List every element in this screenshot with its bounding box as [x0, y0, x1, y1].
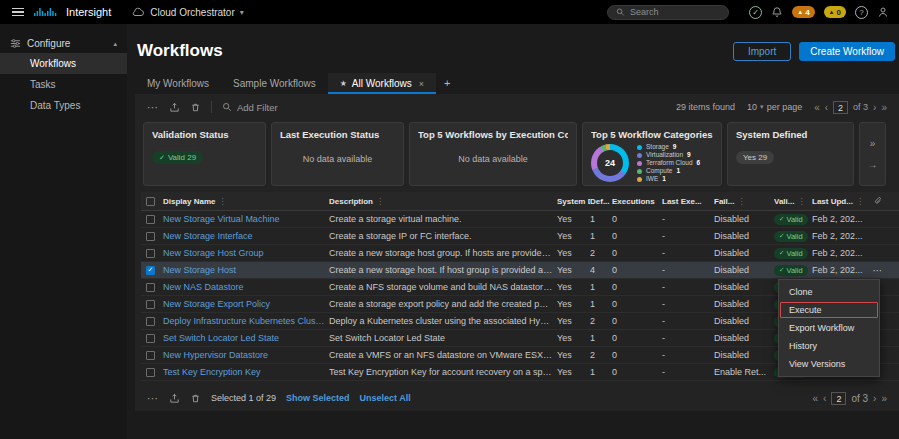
sidebar-item[interactable]: Data Types: [0, 95, 127, 116]
caution-alerts-badge[interactable]: ▲ 0: [824, 6, 846, 18]
sort-icon[interactable]: ⋮: [376, 197, 384, 206]
workflow-name-link[interactable]: New Storage Virtual Machine: [163, 214, 329, 224]
row-checkbox[interactable]: [146, 334, 155, 343]
valid-count-badge[interactable]: Valid 29: [152, 151, 203, 164]
select-all-checkbox[interactable]: [146, 197, 155, 206]
new-tab-button[interactable]: +: [436, 72, 458, 94]
next-page-button[interactable]: ›: [873, 393, 876, 404]
row-checkbox[interactable]: [146, 266, 155, 275]
delete-icon[interactable]: [190, 102, 201, 113]
context-menu-item[interactable]: Clone: [779, 283, 879, 301]
export-icon[interactable]: [169, 393, 180, 404]
unselect-all-link[interactable]: Unselect All: [360, 393, 411, 403]
legend-item: Storage 9: [637, 143, 713, 151]
last-page-button[interactable]: »: [881, 102, 887, 113]
delete-icon[interactable]: [190, 393, 201, 404]
status-check-icon[interactable]: ✓: [749, 6, 762, 19]
current-page-input[interactable]: 2: [833, 101, 848, 114]
card-system-defined: System Defined Yes 29: [727, 122, 854, 186]
workflow-name-link[interactable]: New Storage Interface: [163, 231, 329, 241]
workflow-description: Set Switch Locator Led State: [329, 333, 557, 343]
menu-icon[interactable]: [10, 5, 26, 20]
per-page-select[interactable]: 10 ▾ per page: [747, 102, 802, 112]
tab-sample-workflows[interactable]: Sample Workflows: [221, 73, 328, 94]
workflow-name-link[interactable]: New Storage Export Policy: [163, 299, 329, 309]
tab-my-workflows[interactable]: My Workflows: [135, 73, 221, 94]
yes-count-badge[interactable]: Yes 29: [736, 151, 774, 164]
validation-badge: Valid: [774, 231, 808, 242]
legend-value: 1: [676, 167, 680, 175]
cards-next-icon[interactable]: →: [868, 159, 878, 170]
prev-page-button[interactable]: ‹: [823, 393, 826, 404]
sort-icon[interactable]: ⋮: [797, 197, 805, 206]
close-tab-icon[interactable]: ×: [419, 79, 424, 89]
row-checkbox[interactable]: [146, 368, 155, 377]
sort-icon[interactable]: ⋮: [737, 197, 745, 206]
sort-icon[interactable]: ⋮: [856, 197, 864, 206]
col-display-name[interactable]: Display Name⋮: [163, 197, 329, 206]
row-checkbox[interactable]: [146, 283, 155, 292]
table-row[interactable]: New Storage Virtual Machine Create a sto…: [141, 211, 899, 228]
col-default-version[interactable]: Def...⋮: [590, 197, 612, 206]
search-input[interactable]: [630, 7, 720, 17]
last-page-button[interactable]: »: [881, 393, 887, 404]
col-validation[interactable]: Vali...⋮: [774, 197, 812, 206]
row-actions-icon[interactable]: [873, 265, 884, 276]
user-icon[interactable]: [877, 6, 889, 18]
warning-alerts-badge[interactable]: ▲ 4: [792, 6, 814, 18]
table-row[interactable]: New Storage Host Group Create a new stor…: [141, 245, 899, 262]
more-actions-icon[interactable]: ⋯: [147, 392, 159, 405]
workflow-name-link[interactable]: Set Switch Locator Led State: [163, 333, 329, 343]
table-row[interactable]: New Storage Host Create a new storage ho…: [141, 262, 899, 279]
workflow-name-link[interactable]: New Hypervisor Datastore: [163, 350, 329, 360]
workflow-name-link[interactable]: New Storage Host: [163, 265, 329, 275]
paperclip-icon: [873, 196, 883, 206]
row-checkbox[interactable]: [146, 317, 155, 326]
context-menu-item[interactable]: Export Workflow: [779, 319, 879, 337]
col-last-update[interactable]: Last Upd...⋮: [812, 197, 868, 206]
workflow-name-link[interactable]: New Storage Host Group: [163, 248, 329, 258]
global-search[interactable]: [607, 5, 729, 20]
context-menu-item[interactable]: View Versions: [779, 355, 879, 373]
help-icon[interactable]: ?: [855, 6, 868, 19]
next-page-button[interactable]: ›: [873, 102, 876, 113]
context-menu-item[interactable]: History: [779, 337, 879, 355]
row-checkbox[interactable]: [146, 232, 155, 241]
add-filter-button[interactable]: Add Filter: [222, 102, 278, 113]
legend-label: Terraform Cloud: [646, 159, 693, 167]
workflow-name-link[interactable]: New NAS Datastore: [163, 282, 329, 292]
failure-value: Disabled: [714, 333, 774, 343]
sidebar-section-configure[interactable]: Configure ▴: [0, 34, 127, 53]
row-checkbox[interactable]: [146, 300, 155, 309]
prev-page-button[interactable]: ‹: [825, 102, 828, 113]
workflow-name-link[interactable]: Test Key Encryption Key: [163, 367, 329, 377]
first-page-button[interactable]: «: [814, 102, 820, 113]
col-system-defined[interactable]: System D...⋮: [557, 197, 590, 206]
cards-overflow-panel: » →: [859, 122, 886, 186]
row-checkbox[interactable]: [146, 215, 155, 224]
more-actions-icon[interactable]: ⋯: [147, 101, 159, 114]
create-workflow-button[interactable]: Create Workflow: [799, 42, 895, 61]
col-failure[interactable]: Fail...⋮: [714, 197, 774, 206]
bell-icon[interactable]: [771, 6, 783, 18]
row-checkbox[interactable]: [146, 351, 155, 360]
col-executions[interactable]: Executions: [612, 197, 662, 206]
cards-last-icon[interactable]: »: [870, 138, 876, 149]
first-page-button[interactable]: «: [812, 393, 818, 404]
service-switcher[interactable]: Cloud Orchestrator ▾: [131, 7, 244, 18]
import-button[interactable]: Import: [733, 42, 791, 61]
sort-icon[interactable]: ⋮: [218, 197, 226, 206]
col-last-execution[interactable]: Last Exe...: [662, 197, 714, 206]
table-row[interactable]: New Storage Interface Create a storage I…: [141, 228, 899, 245]
current-page-input[interactable]: 2: [831, 392, 846, 405]
col-description[interactable]: Description⋮: [329, 197, 557, 206]
tab-all-workflows[interactable]: ★ All Workflows ×: [328, 73, 436, 94]
context-menu-item[interactable]: Execute: [779, 301, 879, 319]
sidebar-item[interactable]: Tasks: [0, 74, 127, 95]
card-last-execution-status: Last Execution Status No data available: [271, 122, 404, 186]
row-checkbox[interactable]: [146, 249, 155, 258]
sidebar-item[interactable]: Workflows: [0, 53, 127, 74]
show-selected-link[interactable]: Show Selected: [286, 393, 350, 403]
workflow-name-link[interactable]: Deploy Infrastructure Kubernetes Cluster: [163, 316, 329, 326]
export-icon[interactable]: [169, 102, 180, 113]
